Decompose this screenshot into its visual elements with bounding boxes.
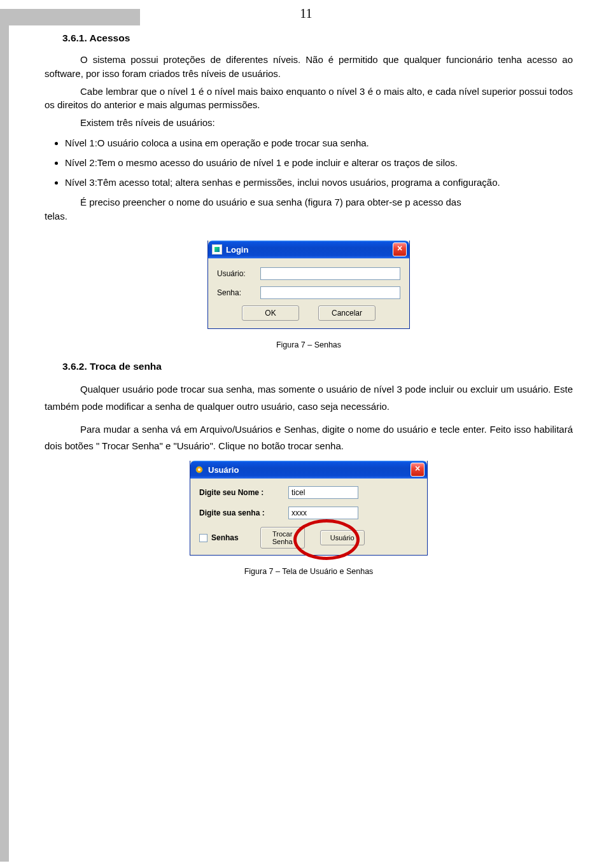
gear-icon [194,465,204,475]
label-digite-senha: Digite sua senha : [199,508,282,517]
paragraph: Existem três níveis de usuários: [45,116,573,130]
label-senha: Senha: [217,288,255,297]
dialog-titlebar[interactable]: Usuário × [190,461,427,479]
list-item: Nível 3:Têm acesso total; altera senhas … [65,176,573,189]
login-dialog: Login × Usuário: Senha: OK Cancelar [207,241,410,329]
paragraph: É preciso preencher o nome do usuário e … [45,195,573,223]
dialog-title: Usuário [208,465,411,475]
label-digite-nome: Digite seu Nome : [199,488,282,497]
paragraph: Cabe lembrar que o nível 1 é o nível mai… [45,85,573,113]
senha-input[interactable] [288,507,358,519]
usuario-button[interactable]: Usuário [320,530,365,545]
close-icon[interactable]: × [393,242,407,256]
app-icon [212,244,222,255]
paragraph: Para mudar a senha vá em Arquivo/Usuário… [45,421,573,455]
usuario-input[interactable] [260,267,400,280]
senhas-checkbox[interactable] [199,534,207,542]
nome-input[interactable] [288,486,358,499]
decorative-left-band [0,9,9,862]
heading-troca-senha: 3.6.2. Troca de senha [62,361,573,372]
ok-button[interactable]: OK [242,305,299,321]
paragraph: O sistema possui proteções de diferentes… [45,53,573,81]
close-icon[interactable]: × [411,463,425,477]
list-item: Nível 1:O usuário coloca a usina em oper… [65,136,573,150]
usuario-dialog: Usuário × Digite seu Nome : Digite sua s… [190,461,428,556]
decorative-top-band [0,9,140,25]
senhas-checkbox-label: Senhas [211,533,239,542]
figure-caption: Figura 7 – Senhas [45,340,573,349]
figure-caption: Figura 7 – Tela de Usuário e Senhas [45,567,573,576]
label-usuario: Usuário: [217,269,255,278]
levels-list: Nível 1:O usuário coloca a usina em oper… [45,136,573,189]
trocar-senha-button[interactable]: TrocarSenha [260,527,305,549]
dialog-title: Login [226,245,393,255]
cancel-button[interactable]: Cancelar [318,305,376,321]
paragraph: Qualquer usuário pode trocar sua senha, … [45,381,573,415]
list-item: Nível 2:Tem o mesmo acesso do usuário de… [65,156,573,169]
svg-point-1 [198,468,200,471]
dialog-titlebar[interactable]: Login × [208,241,409,258]
senha-input[interactable] [260,286,400,299]
heading-acessos: 3.6.1. Acessos [62,32,573,44]
